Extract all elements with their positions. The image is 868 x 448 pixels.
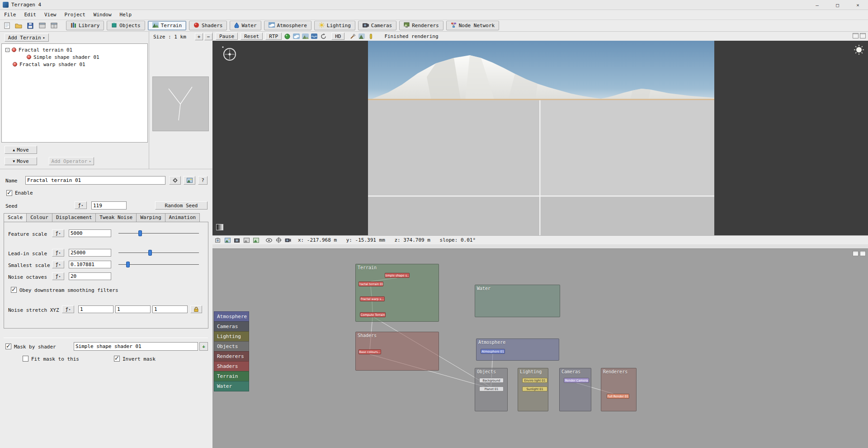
preview-zoom-out-button[interactable]: − — [204, 33, 212, 40]
tree-item-fractal-warp[interactable]: Fractal warp shader 01 — [13, 61, 85, 67]
lead-in-scale-slider[interactable] — [118, 250, 199, 256]
snapshot-icon[interactable] — [224, 237, 231, 243]
section-lighting-button[interactable]: Lighting — [314, 21, 355, 30]
pane-splitter[interactable] — [212, 244, 868, 248]
lock-xyz-button[interactable] — [190, 305, 202, 313]
tab-colour[interactable]: Colour — [26, 213, 52, 222]
node-sunlight-01[interactable]: Sunlight 01 — [522, 386, 547, 391]
random-seed-button[interactable]: Random Seed — [155, 201, 208, 210]
section-renderers-button[interactable]: Renderers — [399, 21, 443, 30]
terrain-node-list[interactable]: - Fractal terrain 01 Simple shape shader… — [1, 43, 148, 143]
lead-in-scale-input[interactable] — [69, 249, 111, 257]
pane-detach-icon[interactable] — [853, 33, 859, 38]
assign-shader-button[interactable]: + — [199, 342, 208, 351]
viewport-3d[interactable] — [212, 41, 868, 235]
layout-single-icon[interactable] — [37, 21, 47, 30]
seed-input[interactable] — [91, 201, 127, 210]
node-options-button[interactable] — [169, 176, 181, 185]
pane-detach-icon[interactable] — [853, 251, 859, 256]
save-project-icon[interactable] — [25, 21, 35, 30]
invert-mask-checkbox[interactable]: ✓ — [114, 356, 120, 362]
copy-view-icon[interactable] — [215, 237, 222, 243]
clouds-toggle-icon[interactable] — [302, 33, 309, 40]
category-shaders[interactable]: Shaders — [214, 361, 249, 372]
new-project-icon[interactable] — [2, 21, 12, 30]
tab-warping[interactable]: Warping — [136, 213, 165, 222]
tree-item-fractal-terrain[interactable]: - Fractal terrain 01 — [5, 47, 72, 53]
rotate-view-icon[interactable] — [320, 33, 327, 40]
target-icon[interactable] — [275, 237, 282, 243]
noise-stretch-x-input[interactable] — [78, 305, 113, 313]
group-water[interactable]: Water — [475, 285, 560, 317]
noise-stretch-y-input[interactable] — [115, 305, 151, 313]
pane-maximize-icon[interactable] — [860, 251, 866, 256]
category-renderers[interactable]: Renderers — [214, 351, 249, 362]
node-atmosphere-01[interactable]: Atmosphere 01 — [481, 349, 505, 354]
section-atmosphere-button[interactable]: Atmosphere — [264, 21, 311, 30]
shape-shader-preview[interactable] — [152, 76, 209, 131]
category-objects[interactable]: Objects — [214, 341, 249, 352]
feature-scale-input[interactable] — [69, 229, 111, 237]
preview-zoom-in-button[interactable]: + — [195, 33, 203, 40]
add-operator-button[interactable]: Add Operator ▸ — [49, 157, 94, 165]
move-up-button[interactable]: ▲ Move — [5, 146, 37, 154]
maximize-button[interactable]: □ — [827, 0, 848, 10]
category-atmosphere[interactable]: Atmosphere — [214, 311, 249, 322]
section-shaders-button[interactable]: Shaders — [189, 21, 227, 30]
enable-checkbox[interactable]: ✓ — [6, 190, 12, 196]
menu-project[interactable]: Project — [61, 10, 90, 20]
section-objects-button[interactable]: Objects — [107, 21, 145, 30]
image-save-icon[interactable] — [243, 237, 250, 243]
obey-smoothing-checkbox[interactable]: ✓ — [11, 287, 17, 293]
node-background[interactable]: Background — [479, 378, 504, 383]
minimize-button[interactable]: – — [807, 0, 827, 10]
navigation-compass[interactable] — [221, 45, 237, 63]
open-project-icon[interactable] — [14, 21, 24, 30]
sun-position-widget[interactable] — [854, 44, 864, 57]
noise-stretch-function-button[interactable]: ƒ▸ — [62, 305, 74, 313]
sphere-preview-icon[interactable] — [283, 33, 291, 40]
camera-capture-icon[interactable] — [234, 237, 241, 243]
section-node-network-button[interactable]: Node Network — [446, 21, 499, 30]
section-terrain-button[interactable]: Terrain — [148, 21, 186, 30]
slider-handle[interactable] — [138, 230, 142, 236]
mask-shader-input[interactable] — [74, 342, 198, 351]
category-cameras[interactable]: Cameras — [214, 321, 249, 332]
stored-view-icon[interactable] — [253, 237, 260, 243]
noise-stretch-z-input[interactable] — [152, 305, 188, 313]
atmosphere-toggle-icon[interactable] — [292, 33, 300, 40]
tab-tweak-noise[interactable]: Tweak Noise — [95, 213, 137, 222]
smallest-scale-slider[interactable] — [118, 262, 199, 267]
fit-mask-checkbox[interactable] — [23, 356, 28, 362]
slider-handle[interactable] — [126, 262, 130, 267]
group-renderers[interactable]: Renderers — [601, 368, 637, 411]
node-base-colours[interactable]: Base colours... — [359, 349, 381, 354]
pane-maximize-icon[interactable] — [860, 33, 866, 38]
category-lighting[interactable]: Lighting — [214, 331, 249, 342]
close-button[interactable]: × — [848, 0, 868, 10]
feature-scale-function-button[interactable]: ƒ▸ — [52, 229, 64, 237]
section-water-button[interactable]: Water — [230, 21, 261, 30]
eye-icon[interactable] — [265, 237, 273, 243]
menu-view[interactable]: View — [40, 10, 61, 20]
category-water[interactable]: Water — [214, 381, 249, 391]
menu-help[interactable]: Help — [116, 10, 136, 20]
menu-edit[interactable]: Edit — [20, 10, 41, 20]
pause-button[interactable]: Pause — [216, 33, 238, 40]
node-render-camera[interactable]: Render Camera — [564, 378, 589, 383]
view-camera-icon[interactable] — [284, 237, 292, 243]
water-toggle-icon[interactable] — [311, 33, 318, 40]
section-cameras-button[interactable]: Cameras — [358, 21, 396, 30]
tab-scale[interactable]: Scale — [4, 213, 27, 222]
layout-split-icon[interactable] — [49, 21, 59, 30]
exposure-icon[interactable] — [367, 33, 374, 40]
tab-displacement[interactable]: Displacement — [52, 213, 96, 222]
node-planet-01[interactable]: Planet 01 — [479, 386, 504, 391]
category-terrain[interactable]: Terrain — [214, 371, 249, 381]
node-network-panel[interactable]: Atmosphere Cameras Lighting Objects Rend… — [212, 248, 868, 448]
node-fractal-terrain[interactable]: Fractal terrain 01 — [359, 281, 383, 286]
exposure-levels-icon[interactable] — [216, 224, 223, 230]
add-terrain-button[interactable]: Add Terrain ▸ — [5, 33, 49, 42]
mask-by-shader-checkbox[interactable]: ✓ — [5, 343, 11, 349]
node-full-render[interactable]: Full Render 01 — [607, 394, 629, 399]
